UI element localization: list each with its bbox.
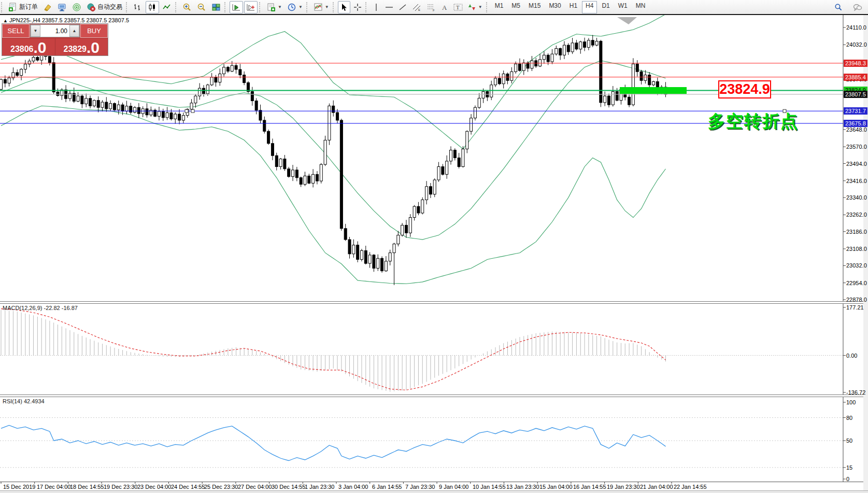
candlestick-chart-button[interactable] [146,1,159,13]
one-click-trading-panel: SELL ▼ ▲ BUY 23806 .0 23829 .0 [2,23,108,56]
zoom-in-button[interactable] [180,1,194,13]
macd-label: MACD(12,26,9) -22.82 -16.87 [3,305,78,311]
channel-tool[interactable]: E [410,1,423,13]
time-axis-label: 27 Dec 04:00 [238,484,272,490]
timeframe-h1-button[interactable]: H1 [566,1,581,13]
horizontal-line-tool[interactable] [383,1,395,13]
timeframe-m5-button[interactable]: M5 [508,1,524,13]
chevron-down-icon[interactable]: ▼ [298,5,303,9]
time-axis-label: 9 Jan 04:00 [439,484,469,490]
time-axis-label: 22 Jan 14:55 [674,484,707,490]
toolbar-grip[interactable] [1,2,5,12]
timeframe-m30-button[interactable]: M30 [545,1,564,13]
timeframe-w1-button[interactable]: W1 [615,1,631,13]
price-tick-label: 23494.0 [846,161,867,167]
chart-canvas[interactable] [0,0,868,493]
macd-tick-label: 177.21 [846,304,864,311]
candles-icon [148,3,157,12]
cursor-tool-button[interactable] [338,1,350,13]
eraser-button[interactable] [41,1,54,13]
chat-icon[interactable] [851,1,864,13]
indicators-button[interactable]: ▼ [311,1,331,13]
autotrading-button[interactable]: 自动交易 [84,1,124,13]
buy-button[interactable]: BUY [80,24,108,38]
terminal-button[interactable] [55,1,69,13]
time-axis-label: 19 Jan 23:30 [607,484,640,490]
price-tick-label: 23570.0 [846,144,867,150]
volume-stepper: ▼ ▲ [30,24,80,37]
toolbar-grip[interactable] [175,2,179,12]
autotrading-button-label: 自动交易 [97,3,122,11]
chevron-down-icon[interactable]: ▼ [478,5,482,9]
main-plot[interactable] [0,14,843,285]
time-axis-label: 13 Jan 23:30 [506,484,539,490]
templates-button[interactable]: ▼ [264,1,284,13]
toolbar-grip[interactable] [126,2,130,12]
time-axis-label: 6 Jan 14:55 [372,484,402,490]
autotrade-icon [87,3,96,12]
gray-triangle-object[interactable] [617,17,637,24]
rsi-plot[interactable] [0,418,843,468]
time-axis-label: 3 Jan 04:00 [338,484,368,490]
trendline-tool[interactable] [396,1,409,13]
volume-increase-button[interactable]: ▲ [69,25,79,37]
time-axis-label: 1 Jan 23:30 [305,484,335,490]
line-chart-button[interactable] [160,1,174,13]
timeframe-m15-button[interactable]: M15 [525,1,544,13]
toolbar-grip[interactable] [306,2,310,12]
time-axis-label: 24 Dec 14:55 [171,484,205,490]
toolbar-grip[interactable] [365,2,369,12]
template-icon [266,3,276,12]
chinese-annotation-text[interactable]: 多空转折点 [708,110,799,133]
text-label-tool[interactable]: T [451,1,465,13]
chevron-down-icon[interactable]: ▼ [325,5,329,9]
toolbar-grip[interactable] [333,2,336,12]
arrows-tool[interactable]: ▼ [466,1,485,13]
volume-input[interactable] [40,25,69,37]
macd-plot[interactable] [0,309,843,392]
sell-button[interactable]: SELL [2,24,30,38]
scroll-end-icon [232,3,241,12]
timeframe-d1-button[interactable]: D1 [598,1,613,13]
zoom-out-button[interactable] [195,1,208,13]
auto-scroll-button[interactable] [230,1,243,13]
vertical-line-tool[interactable] [371,1,382,13]
channel-icon: E [412,3,421,11]
crosshair-tool-button[interactable] [351,1,364,13]
chart-shift-button[interactable] [244,1,258,13]
zoom-out-icon [197,3,206,12]
toolbar-grip[interactable] [224,2,228,12]
toolbar-grip[interactable] [259,2,263,12]
new-order-button[interactable]: 新订单 [6,1,40,13]
price-tick-label: 23648.0 [846,126,867,133]
price-annotation-box[interactable]: 23824.9 [718,80,771,98]
computer-icon [58,3,67,12]
timeframe-m1-button[interactable]: M1 [491,1,507,13]
panel-separator[interactable] [0,395,868,397]
timeframe-h4-button[interactable]: H4 [582,1,597,13]
sell-price[interactable]: 23806 .0 [2,38,55,55]
time-axis-label: 16 Jan 14:55 [573,484,606,490]
fibonacci-tool[interactable]: F [424,1,438,13]
panel-separator[interactable] [0,301,868,304]
price-tick-label: 23186.0 [846,229,867,235]
chevron-down-icon[interactable]: ▼ [278,5,282,9]
period-button[interactable]: ▼ [285,1,305,13]
line-handle[interactable] [185,109,188,112]
rsi-label: RSI(14) 42.4934 [3,398,45,404]
eraser-icon [43,3,52,12]
price-level-chip: 23675.8 [844,120,867,127]
line-handle[interactable] [191,109,194,112]
buy-price[interactable]: 23829 .0 [55,38,108,55]
toolbar-grip[interactable] [486,2,490,12]
bar-chart-button[interactable] [131,1,145,13]
price-tick-label: 22878.0 [846,297,867,303]
volume-decrease-button[interactable]: ▼ [31,25,40,37]
search-icon[interactable] [832,1,845,13]
news-button[interactable] [70,1,83,13]
crosshair-icon [353,3,362,11]
timeframe-mn-button[interactable]: MN [632,1,649,13]
green-zone-bar[interactable] [620,87,687,94]
tile-windows-button[interactable] [209,1,223,13]
text-tool[interactable]: A [439,1,450,13]
